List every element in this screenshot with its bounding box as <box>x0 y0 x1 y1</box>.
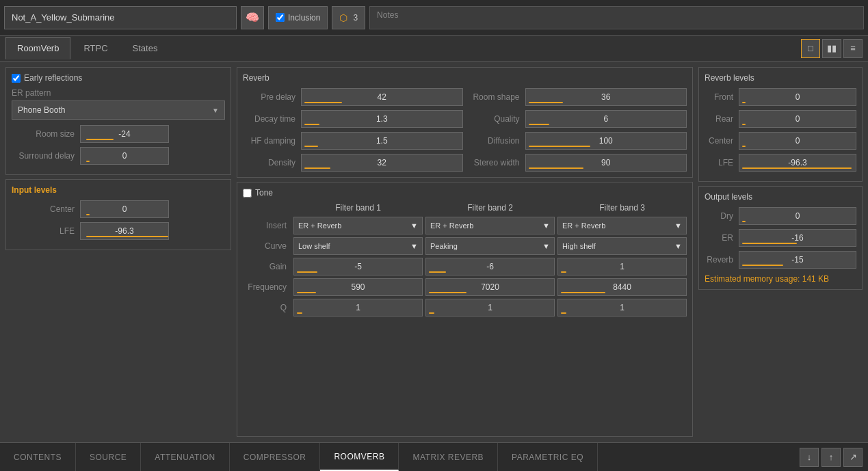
input-lfe-input[interactable]: -96.3 <box>80 222 169 240</box>
room-shape-slider <box>529 102 563 103</box>
freq-input-3[interactable]: 8440 <box>557 278 687 296</box>
decay-time-input[interactable]: 1.3 <box>301 110 463 128</box>
gain-input-2[interactable]: -6 <box>425 258 555 275</box>
bottom-tab-source[interactable]: SOURCE <box>76 443 141 471</box>
curve-dropdown-3[interactable]: High shelf ▼ <box>557 237 687 255</box>
bottom-download-icon[interactable]: ↓ <box>800 448 819 467</box>
bottom-tab-contents[interactable]: CONTENTS <box>0 443 76 471</box>
room-size-slider <box>86 139 114 140</box>
surround-delay-slider <box>86 161 90 162</box>
center-input[interactable]: 0 <box>739 132 856 150</box>
pre-delay-label: Pre delay <box>243 92 301 102</box>
tone-checkbox[interactable] <box>243 189 252 198</box>
q-input-1[interactable]: 1 <box>293 299 423 317</box>
output-levels-section: Output levels Dry 0 ER -16 Reverb -15 <box>698 186 863 290</box>
curve-label: Curve <box>243 241 291 251</box>
tone-section: Tone Filter band 1 Filter band 2 Filter … <box>237 182 693 437</box>
q-input-2[interactable]: 1 <box>425 299 555 317</box>
input-levels-section: Input levels Center 0 LFE -96.3 <box>5 179 231 250</box>
insert-dropdown-3[interactable]: ER + Reverb ▼ <box>557 217 687 234</box>
tone-col2-header: Filter band 2 <box>425 203 555 213</box>
q-slider2 <box>429 312 434 314</box>
curve-dropdown-2[interactable]: Peaking ▼ <box>425 237 555 255</box>
stereo-width-input[interactable]: 90 <box>525 154 687 172</box>
freq-slider2 <box>429 292 466 293</box>
reverb-out-input[interactable]: -15 <box>739 251 856 269</box>
er-pattern-dropdown[interactable]: Phone Booth ▼ <box>12 100 225 120</box>
view-icons: □ ▮▮ ≡ <box>801 39 863 58</box>
network-icon: ⬡ <box>339 12 347 23</box>
reverb-out-value: -15 <box>791 255 803 265</box>
freq-input-2[interactable]: 7020 <box>425 278 555 296</box>
view-icon-list[interactable]: ≡ <box>843 39 863 58</box>
input-lfe-slider <box>86 236 168 237</box>
room-size-input[interactable]: -24 <box>80 125 169 143</box>
early-reflections-checkbox[interactable] <box>12 74 21 83</box>
input-center-value: 0 <box>122 204 127 214</box>
bottom-upload-icon[interactable]: ↑ <box>821 448 841 467</box>
q-val3: 1 <box>620 303 624 312</box>
q-val1: 1 <box>356 303 360 312</box>
output-levels-title: Output levels <box>705 192 856 202</box>
bottom-tab-attenuation[interactable]: ATTENUATION <box>141 443 229 471</box>
view-icon-pause[interactable]: ▮▮ <box>822 39 841 58</box>
lfe-input[interactable]: -96.3 <box>739 154 856 172</box>
tab-roomverb[interactable]: RoomVerb <box>5 37 70 59</box>
input-lfe-row: LFE -96.3 <box>12 222 225 240</box>
rear-input[interactable]: 0 <box>739 110 856 128</box>
notes-field[interactable]: Notes <box>369 6 864 29</box>
surround-delay-value: 0 <box>122 151 127 161</box>
front-input[interactable]: 0 <box>739 88 856 106</box>
bottom-tab-roomverb[interactable]: ROOMVERB <box>320 443 399 471</box>
diffusion-input[interactable]: 100 <box>525 132 687 150</box>
rear-value: 0 <box>795 114 800 124</box>
freq-input-1[interactable]: 590 <box>293 278 423 296</box>
tab-rtpc[interactable]: RTPC <box>72 37 119 59</box>
bottom-export-icon[interactable]: ↗ <box>843 448 863 467</box>
gain-input-1[interactable]: -5 <box>293 258 423 275</box>
reverb-out-label: Reverb <box>705 255 739 265</box>
bottom-tab-matrix-reverb[interactable]: MATRIX REVERB <box>399 443 498 471</box>
insert-val3: ER + Reverb <box>562 221 605 230</box>
pre-delay-input[interactable]: 42 <box>301 88 463 106</box>
lfe-row: LFE -96.3 <box>705 154 856 172</box>
bottom-tab-compressor[interactable]: COMPRESSOR <box>230 443 321 471</box>
dry-input[interactable]: 0 <box>739 207 856 225</box>
insert-val2: ER + Reverb <box>430 221 473 230</box>
gain-input-3[interactable]: 1 <box>557 258 687 275</box>
reverb-title: Reverb <box>243 73 687 83</box>
quality-input[interactable]: 6 <box>525 110 687 128</box>
room-shape-input[interactable]: 36 <box>525 88 687 106</box>
curve-dropdown-1[interactable]: Low shelf ▼ <box>293 237 423 255</box>
hf-damping-input[interactable]: 1.5 <box>301 132 463 150</box>
main-content: Early reflections ER pattern Phone Booth… <box>0 62 868 442</box>
inclusion-checkbox[interactable] <box>276 13 285 22</box>
freq-val2: 7020 <box>481 282 499 292</box>
q-input-3[interactable]: 1 <box>557 299 687 317</box>
diffusion-value: 100 <box>599 136 613 146</box>
bottom-tab-parametric-eq[interactable]: PARAMETRIC EQ <box>498 443 598 471</box>
input-center-row: Center 0 <box>12 200 225 218</box>
input-center-slider <box>86 214 90 215</box>
curve-val3: High shelf <box>562 242 596 250</box>
density-input[interactable]: 32 <box>301 154 463 172</box>
rear-slider <box>742 124 746 125</box>
curve-arrow1: ▼ <box>410 242 418 250</box>
tab-states[interactable]: States <box>121 37 170 59</box>
dry-label: Dry <box>705 211 739 221</box>
insert-dropdown-2[interactable]: ER + Reverb ▼ <box>425 217 555 234</box>
num-badge: ⬡ 3 <box>332 6 365 29</box>
brain-button[interactable]: 🧠 <box>241 6 264 29</box>
room-shape-value: 36 <box>601 92 610 102</box>
lfe-value: -96.3 <box>788 158 806 167</box>
input-center-input[interactable]: 0 <box>80 200 169 218</box>
view-icon-window[interactable]: □ <box>801 39 820 58</box>
insert-dropdown-1[interactable]: ER + Reverb ▼ <box>293 217 423 234</box>
input-center-label: Center <box>12 204 80 214</box>
insert-arrow1: ▼ <box>410 221 418 230</box>
surround-delay-input[interactable]: 0 <box>80 147 169 165</box>
decay-time-row: Decay time 1.3 <box>243 110 463 128</box>
room-size-row: Room size -24 <box>12 125 225 143</box>
er-input[interactable]: -16 <box>739 229 856 247</box>
project-name[interactable]: Not_A_Yellow_Submarine <box>4 6 237 29</box>
